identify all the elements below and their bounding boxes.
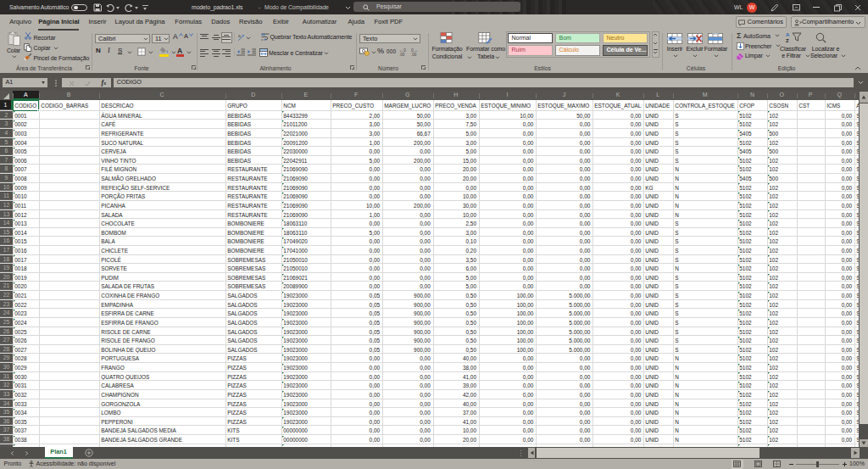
svg-text:ab: ab (261, 33, 265, 36)
svg-text:.00: .00 (411, 53, 417, 56)
svg-text:.00: .00 (399, 53, 405, 56)
